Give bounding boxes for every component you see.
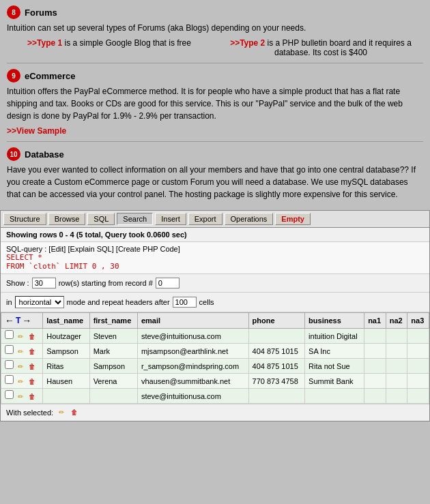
sql-query-label: SQL-query : [Edit] [Explain SQL] [Create… <box>6 245 424 253</box>
browse-button[interactable]: Browse <box>48 213 86 225</box>
empty-button[interactable]: Empty <box>275 213 311 225</box>
col-phone: phone <box>248 313 305 329</box>
col-last-name: last_name <box>43 313 89 329</box>
section-number-ecommerce: 9 <box>7 69 20 83</box>
row-checkbox[interactable] <box>5 375 14 384</box>
cell-na3 <box>407 329 429 344</box>
show-input[interactable] <box>32 278 56 288</box>
structure-button[interactable]: Structure <box>3 213 46 225</box>
delete-icon[interactable]: 🗑 <box>27 392 37 402</box>
section-number-forums: 8 <box>7 5 20 19</box>
cell-last-name: Houtzager <box>43 329 89 344</box>
row-checkbox[interactable] <box>5 360 14 369</box>
col-first-name: first_name <box>89 313 137 329</box>
with-selected-bar: With selected: ✏ 🗑 <box>1 404 429 421</box>
next-arrow[interactable]: → <box>22 315 31 326</box>
table-row: ✏ 🗑 Sampson Mark mjsampson@earthlink.net… <box>1 344 429 359</box>
cell-first-name: Sampson <box>89 359 137 374</box>
cell-na3 <box>407 374 429 389</box>
mode-select[interactable]: horizontal vertical <box>15 296 64 308</box>
pagination-controls: Show : row(s) starting from record # <box>1 274 429 293</box>
cell-business: SA Inc <box>305 344 364 359</box>
row-checkbox[interactable] <box>5 330 14 339</box>
ecommerce-title: eCommerce <box>25 71 75 81</box>
cells-input[interactable] <box>173 297 197 308</box>
cell-business: intuition Digital <box>305 329 364 344</box>
record-input[interactable] <box>156 278 180 288</box>
forums-section: 8 Forums Intuition can set up several ty… <box>7 5 423 57</box>
edit-icon[interactable]: ✏ <box>16 377 25 387</box>
sort-icon[interactable]: T <box>16 316 20 325</box>
delete-icon[interactable]: 🗑 <box>27 377 37 387</box>
operations-button[interactable]: Operations <box>225 213 274 225</box>
database-section: 10 Database Have you ever wanted to coll… <box>7 147 423 201</box>
cell-na2 <box>386 359 407 374</box>
cell-na2 <box>386 374 407 389</box>
export-button[interactable]: Export <box>188 213 223 225</box>
sql-code: SELECT * FROM `cloth` LIMIT 0 , 30 <box>6 253 424 271</box>
cell-na2 <box>386 344 407 359</box>
delete-icon[interactable]: 🗑 <box>27 347 37 357</box>
cell-phone: 404 875 1015 <box>248 344 305 359</box>
cells-label: cells <box>199 298 214 306</box>
col-na3: na3 <box>407 313 429 329</box>
cell-na3 <box>407 344 429 359</box>
view-sample-link[interactable]: >>View Sample <box>7 126 66 136</box>
forums-title: Forums <box>25 8 57 18</box>
data-table: ← T → last_name first_name email phone b… <box>1 312 429 404</box>
sql-button[interactable]: SQL <box>87 213 115 225</box>
sql-line1: SELECT * <box>6 253 42 262</box>
cell-first-name <box>89 389 137 404</box>
edit-icon[interactable]: ✏ <box>16 347 25 357</box>
row-actions: ✏ 🗑 <box>1 359 43 374</box>
mode-label: mode and repeat headers after <box>67 298 170 306</box>
row-actions: ✏ 🗑 <box>1 389 43 404</box>
insert-button[interactable]: Insert <box>155 213 186 225</box>
delete-icon[interactable]: 🗑 <box>27 332 37 342</box>
col-checkbox: ← T → <box>1 313 43 329</box>
explain-sql-link[interactable]: [Explain SQL] <box>68 245 114 253</box>
table-row: ✏ 🗑 Ritas Sampson r_sampson@mindspring.c… <box>1 359 429 374</box>
cell-email: steve@intuitionusa.com <box>137 329 248 344</box>
toolbar: Structure Browse SQL Search Insert Expor… <box>1 211 429 228</box>
edit-link[interactable]: [Edit] <box>48 245 66 253</box>
query-info: Showing rows 0 - 4 (5 total, Query took … <box>1 228 429 242</box>
col-email: email <box>137 313 248 329</box>
forums-type2: >>Type 2 is a PHP bulletin board and it … <box>218 38 423 57</box>
cell-na1 <box>364 389 386 404</box>
search-button[interactable]: Search <box>117 213 153 225</box>
bulk-edit-icon[interactable]: ✏ <box>57 408 66 417</box>
sql-query-area: SQL-query : [Edit] [Explain SQL] [Create… <box>1 242 429 274</box>
cell-email: mjsampson@earthlink.net <box>137 344 248 359</box>
create-php-link[interactable]: [Create PHP Code] <box>116 245 180 253</box>
edit-icon[interactable]: ✏ <box>16 362 25 372</box>
cell-na1 <box>364 374 386 389</box>
cell-business <box>305 389 364 404</box>
in-label: in <box>6 298 12 306</box>
cell-email: r_sampson@mindspring.com <box>137 359 248 374</box>
cell-last-name: Sampson <box>43 344 89 359</box>
cell-last-name <box>43 389 89 404</box>
cell-phone: 770 873 4758 <box>248 374 305 389</box>
row-checkbox[interactable] <box>5 345 14 354</box>
col-na2: na2 <box>386 313 407 329</box>
sql-line2: FROM `cloth` LIMIT 0 , 30 <box>6 262 119 271</box>
prev-arrow[interactable]: ← <box>5 315 14 326</box>
with-selected-label: With selected: <box>6 409 53 417</box>
table-row: ✏ 🗑 Hausen Verena vhausen@summitbank.net… <box>1 374 429 389</box>
cell-first-name: Mark <box>89 344 137 359</box>
edit-icon[interactable]: ✏ <box>16 332 25 342</box>
cell-na2 <box>386 329 407 344</box>
cell-email: vhausen@summitbank.net <box>137 374 248 389</box>
row-actions: ✏ 🗑 <box>1 374 43 389</box>
mode-controls: in horizontal vertical mode and repeat h… <box>1 293 429 312</box>
delete-icon[interactable]: 🗑 <box>27 362 37 372</box>
cell-na1 <box>364 344 386 359</box>
cell-business: Summit Bank <box>305 374 364 389</box>
show-label: Show : <box>6 279 29 287</box>
cell-na1 <box>364 359 386 374</box>
edit-icon[interactable]: ✏ <box>16 392 25 402</box>
section-number-database: 10 <box>7 147 20 161</box>
bulk-delete-icon[interactable]: 🗑 <box>70 408 79 417</box>
row-checkbox[interactable] <box>5 390 14 399</box>
